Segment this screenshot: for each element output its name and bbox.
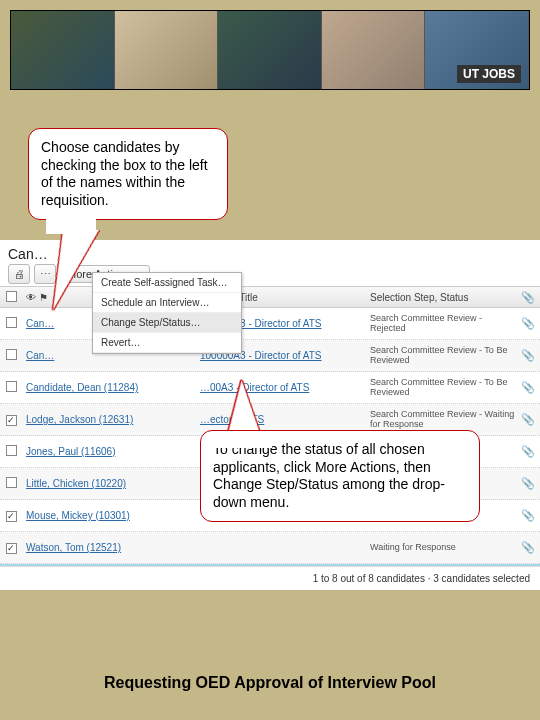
candidate-link[interactable]: Can… <box>26 350 54 361</box>
table-row: Candidate, Dean (11284)…00A3 - Director … <box>0 372 540 404</box>
table-row: Can…100000A3 - Director of ATSSearch Com… <box>0 340 540 372</box>
candidate-link[interactable]: Little, Chicken (10220) <box>26 478 126 489</box>
row-checkbox[interactable] <box>6 381 17 392</box>
menu-item-change-step-status[interactable]: Change Step/Status… <box>93 313 241 333</box>
row-checkbox[interactable] <box>6 445 17 456</box>
table-row: Can…100000A3 - Director of ATSSearch Com… <box>0 308 540 340</box>
more-actions-menu: Create Self-assigned Task… Schedule an I… <box>92 272 242 354</box>
ut-jobs-logo: UT JOBS <box>457 65 521 83</box>
candidate-link[interactable]: Can… <box>26 318 54 329</box>
candidate-link[interactable]: Watson, Tom (12521) <box>26 542 121 553</box>
row-checkbox[interactable] <box>6 477 17 488</box>
attachment-icon[interactable]: 📎 <box>516 317 540 330</box>
select-all-checkbox[interactable] <box>6 291 17 302</box>
candidate-link[interactable]: Lodge, Jackson (12631) <box>26 414 133 425</box>
status-text: Search Committee Review - Rejected <box>370 314 516 334</box>
table-row: ✓Watson, Tom (12521)Waiting for Response… <box>0 532 540 564</box>
attachment-icon[interactable]: 📎 <box>516 477 540 490</box>
banner-photo <box>115 11 219 89</box>
column-header-attach-icon: 📎 <box>516 291 540 304</box>
table-footer: 1 to 8 out of 8 candidates · 3 candidate… <box>0 566 540 590</box>
candidate-link[interactable]: Candidate, Dean (11284) <box>26 382 138 393</box>
attachment-icon[interactable]: 📎 <box>516 509 540 522</box>
row-checkbox[interactable] <box>6 349 17 360</box>
row-checkbox[interactable] <box>6 317 17 328</box>
attachment-icon[interactable]: 📎 <box>516 349 540 362</box>
callout-choose-candidates: Choose candidates by checking the box to… <box>28 128 228 220</box>
menu-item-revert[interactable]: Revert… <box>93 333 241 353</box>
banner-photo <box>218 11 322 89</box>
status-text: Search Committee Review - To Be Reviewed <box>370 346 516 366</box>
panel-title-fragment: Can… <box>8 246 48 262</box>
candidate-link[interactable]: Jones, Paul (11606) <box>26 446 116 457</box>
header-banner: UT JOBS <box>10 10 530 90</box>
row-checkbox[interactable]: ✓ <box>6 511 17 522</box>
row-checkbox[interactable]: ✓ <box>6 415 17 426</box>
status-text: Waiting for Response <box>370 543 516 553</box>
print-icon[interactable]: 🖨 <box>8 264 30 284</box>
menu-item-schedule-interview[interactable]: Schedule an Interview… <box>93 293 241 313</box>
candidate-link[interactable]: Mouse, Mickey (10301) <box>26 510 130 521</box>
column-header-status[interactable]: Selection Step, Status <box>370 292 516 303</box>
status-text: Search Committee Review - To Be Reviewed <box>370 378 516 398</box>
attachment-icon[interactable]: 📎 <box>516 541 540 554</box>
attachment-icon[interactable]: 📎 <box>516 413 540 426</box>
banner-photo <box>322 11 426 89</box>
row-checkbox[interactable]: ✓ <box>6 543 17 554</box>
status-text: Search Committee Review - Waiting for Re… <box>370 410 516 430</box>
slide-footer-title: Requesting OED Approval of Interview Poo… <box>0 674 540 692</box>
banner-photo <box>11 11 115 89</box>
attachment-icon[interactable]: 📎 <box>516 381 540 394</box>
menu-item-create-task[interactable]: Create Self-assigned Task… <box>93 273 241 293</box>
attachment-icon[interactable]: 📎 <box>516 445 540 458</box>
